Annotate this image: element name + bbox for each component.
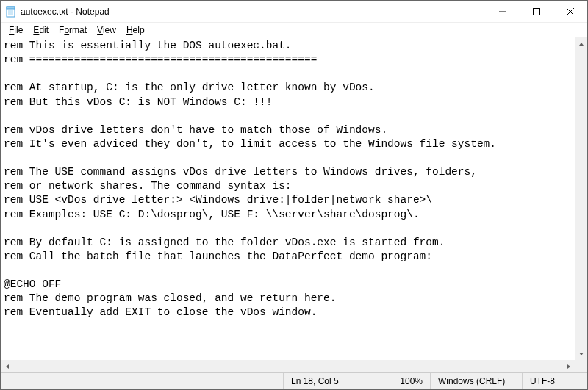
menu-file[interactable]: File xyxy=(4,24,28,37)
scroll-right-button[interactable] xyxy=(562,360,575,372)
minimize-button[interactable] xyxy=(486,1,520,22)
menu-edit[interactable]: Edit xyxy=(28,24,54,37)
svg-rect-1 xyxy=(7,7,15,9)
statusbar-spacer xyxy=(1,373,284,389)
status-encoding: UTF-8 xyxy=(523,373,587,389)
svg-rect-6 xyxy=(534,8,540,15)
horizontal-scroll-track[interactable] xyxy=(13,360,562,372)
vertical-scrollbar[interactable] xyxy=(575,37,587,360)
text-editor[interactable]: rem This is essentially the DOS autoexec… xyxy=(1,37,575,360)
maximize-button[interactable] xyxy=(520,1,553,22)
status-cursor-position: Ln 18, Col 5 xyxy=(284,373,390,389)
window-controls xyxy=(486,1,587,22)
client-area: rem This is essentially the DOS autoexec… xyxy=(1,37,587,372)
statusbar: Ln 18, Col 5 100% Windows (CRLF) UTF-8 xyxy=(1,372,587,389)
close-button[interactable] xyxy=(553,1,587,22)
menu-help[interactable]: Help xyxy=(121,24,150,37)
status-zoom[interactable]: 100% xyxy=(390,373,431,389)
scroll-left-button[interactable] xyxy=(1,360,13,372)
status-line-ending: Windows (CRLF) xyxy=(431,373,523,389)
window-title: autoexec.txt - Notepad xyxy=(21,7,486,17)
menubar: File Edit Format View Help xyxy=(1,23,587,37)
notepad-icon xyxy=(5,6,17,18)
scroll-up-button[interactable] xyxy=(575,37,587,50)
titlebar: autoexec.txt - Notepad xyxy=(1,1,587,23)
horizontal-scrollbar[interactable] xyxy=(1,360,575,372)
menu-format[interactable]: Format xyxy=(54,24,92,37)
menu-view[interactable]: View xyxy=(92,24,121,37)
scroll-down-button[interactable] xyxy=(575,347,587,360)
vertical-scroll-track[interactable] xyxy=(575,50,587,347)
scroll-corner xyxy=(575,360,587,372)
